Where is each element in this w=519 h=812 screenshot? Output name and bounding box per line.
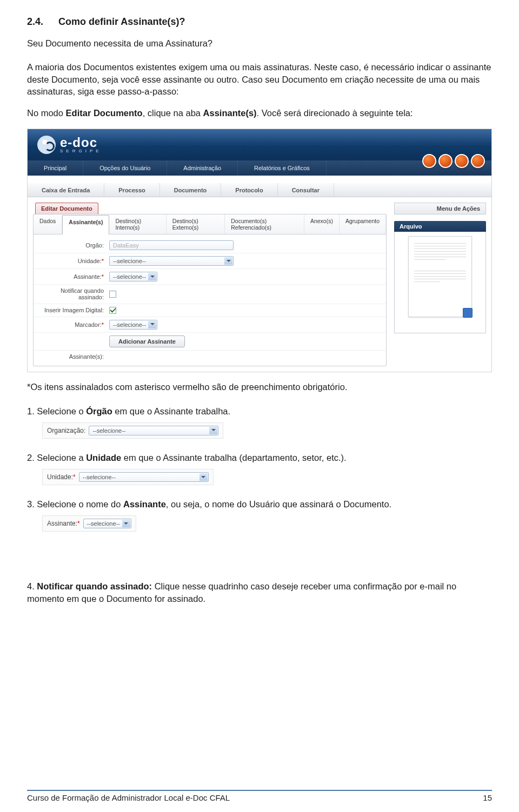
tab-editar-documento[interactable]: Editar Documento	[35, 203, 98, 214]
intro-instruction: No modo Editar Documento, clique na aba …	[27, 107, 492, 119]
chevron-down-icon	[209, 427, 217, 434]
text-fragment: Assinante:	[47, 520, 77, 527]
snapshot-organizacao: Organização: --selecione--	[42, 422, 223, 439]
required-asterisk: *	[77, 520, 80, 527]
select-assinante-snap[interactable]: --selecione--	[83, 519, 131, 528]
text-fragment: em que o Assinante trabalha.	[112, 406, 230, 416]
app-screenshot: e-doc SERGIPE Principal Opções do Usuári…	[27, 129, 492, 372]
document-thumbnail[interactable]	[408, 236, 472, 317]
nav-administracao[interactable]: Administração	[167, 160, 238, 176]
label-unidade: Unidade:*	[39, 258, 104, 264]
step-1: 1. Selecione o Órgão em que o Assinante …	[27, 405, 492, 417]
chevron-down-icon	[148, 321, 156, 328]
chevron-down-icon	[224, 257, 232, 265]
snapshot-label: Unidade:*	[47, 473, 76, 481]
select-organizacao[interactable]: --selecione--	[89, 426, 218, 435]
nav-relatorios[interactable]: Relatórios e Gráficos	[238, 160, 327, 176]
subtab-agrupamento[interactable]: Agrupamento	[340, 214, 386, 234]
text-bold: Assinante	[123, 499, 166, 509]
nav-documento[interactable]: Documento	[160, 183, 222, 197]
subtab-anexos[interactable]: Anexo(s)	[304, 214, 340, 234]
row-adicionar: Adicionar Assinante	[34, 333, 386, 351]
intro-paragraph: A maioria dos Documentos existentes exig…	[27, 61, 492, 97]
subtab-destino-externo[interactable]: Destino(s) Externo(s)	[167, 214, 225, 234]
snapshot-label: Organização:	[47, 427, 85, 434]
section-heading: 2.4.Como definir Assinante(s)?	[27, 16, 492, 28]
text-bold: Unidade	[86, 453, 121, 462]
text-fragment: 2. Selecione a	[27, 453, 86, 462]
snapshot-unidade: Unidade:* --selecione--	[42, 469, 214, 485]
add-assinante-button[interactable]: Adicionar Assinante	[109, 335, 185, 347]
chevron-down-icon	[148, 273, 156, 280]
select-unidade[interactable]: --selecione--	[109, 256, 234, 266]
logo-text-small: SERGIPE	[60, 149, 102, 153]
required-asterisk: *	[73, 473, 76, 481]
label-notificar: Notificar quando assinado:	[39, 287, 104, 300]
secondary-nav: Caixa de Entrada Processo Documento Prot…	[28, 183, 491, 197]
text-fragment: , ou seja, o nome do Usuário que assinar…	[166, 499, 391, 509]
header-action-icons	[422, 154, 485, 168]
nav-caixa-entrada[interactable]: Caixa de Entrada	[28, 183, 104, 197]
required-note: *Os itens assinalados com asterisco verm…	[27, 382, 492, 392]
form-tabs: Dados Assinante(s) Destino(s) Interno(s)…	[34, 214, 386, 234]
print-icon[interactable]	[438, 154, 453, 168]
select-assinante[interactable]: --selecione--	[109, 272, 157, 281]
select-value: --selecione--	[83, 474, 116, 480]
step-3: 3. Selecione o nome do Assinante, ou sej…	[27, 498, 492, 510]
label-assinantes-list: Assinante(s):	[39, 353, 104, 360]
select-unidade-snap[interactable]: --selecione--	[79, 472, 209, 482]
text-bold: Órgão	[86, 406, 112, 416]
required-asterisk: *	[102, 258, 104, 264]
select-value: --selecione--	[113, 273, 146, 280]
subtab-doc-referenciados[interactable]: Documento(s) Referenciado(s)	[225, 214, 304, 234]
label-marcador: Marcador:*	[39, 321, 104, 328]
label-orgao: Orgão:	[39, 242, 104, 249]
step-4: 4. Notificar quando assinado: Clique nes…	[27, 580, 492, 605]
form-panel: Dados Assinante(s) Destino(s) Interno(s)…	[33, 214, 387, 366]
menu-acoes-header[interactable]: Menu de Ações	[394, 203, 486, 214]
checkbox-imagem-digital[interactable]	[109, 307, 116, 314]
chevron-down-icon	[122, 520, 130, 527]
nav-protocolo[interactable]: Protocolo	[221, 183, 277, 197]
step-2: 2. Selecione a Unidade em que o Assinant…	[27, 452, 492, 464]
text-fragment: Unidade:	[47, 473, 73, 481]
snapshot-label: Assinante:*	[47, 520, 80, 527]
text-fragment: . Você será direcionado à seguinte tela:	[257, 108, 413, 118]
logo-icon	[37, 136, 56, 154]
nav-processo[interactable]: Processo	[104, 183, 160, 197]
logo-text-big: e-doc	[60, 136, 102, 149]
row-assinantes-list: Assinante(s):	[34, 351, 386, 363]
nav-opcoes-usuario[interactable]: Opções do Usuário	[83, 160, 167, 176]
subtab-destino-interno[interactable]: Destino(s) Interno(s)	[109, 214, 166, 234]
label-assinante: Assinante:*	[39, 273, 104, 280]
app-header: e-doc SERGIPE	[28, 129, 491, 160]
subtab-dados[interactable]: Dados	[34, 214, 62, 234]
text-fragment: , clique na aba	[143, 108, 203, 118]
page-footer: Curso de Formação de Administrador Local…	[27, 790, 492, 802]
row-assinante: Assinante:* --selecione--	[34, 269, 386, 285]
required-asterisk: *	[102, 273, 104, 280]
select-value: --selecione--	[113, 258, 146, 264]
label-imagem-digital: Inserir Imagem Digital:	[39, 307, 104, 313]
help-icon[interactable]	[455, 154, 469, 168]
row-orgao: Orgão: DataEasy	[34, 238, 386, 253]
exit-icon[interactable]	[471, 154, 485, 168]
text-bold: Editar Documento	[66, 108, 143, 118]
home-icon[interactable]	[422, 154, 436, 168]
subtab-assinantes[interactable]: Assinante(s)	[62, 215, 109, 234]
checkbox-notificar[interactable]	[109, 291, 116, 298]
select-value: DataEasy	[113, 242, 139, 249]
text-fragment: Marcador:	[75, 321, 102, 328]
text-fragment: No modo	[27, 108, 66, 118]
text-fragment: Unidade:	[78, 258, 102, 264]
nav-principal[interactable]: Principal	[28, 160, 83, 176]
section-number: 2.4.	[27, 16, 43, 27]
select-value: --selecione--	[92, 427, 125, 434]
select-marcador[interactable]: --selecione--	[109, 320, 157, 330]
required-asterisk: *	[102, 321, 104, 328]
app-logo: e-doc SERGIPE	[37, 136, 102, 154]
select-orgao[interactable]: DataEasy	[109, 240, 234, 250]
arquivo-header: Arquivo	[394, 221, 486, 232]
footer-course-title: Curso de Formação de Administrador Local…	[27, 793, 230, 802]
nav-consultar[interactable]: Consultar	[278, 183, 334, 197]
